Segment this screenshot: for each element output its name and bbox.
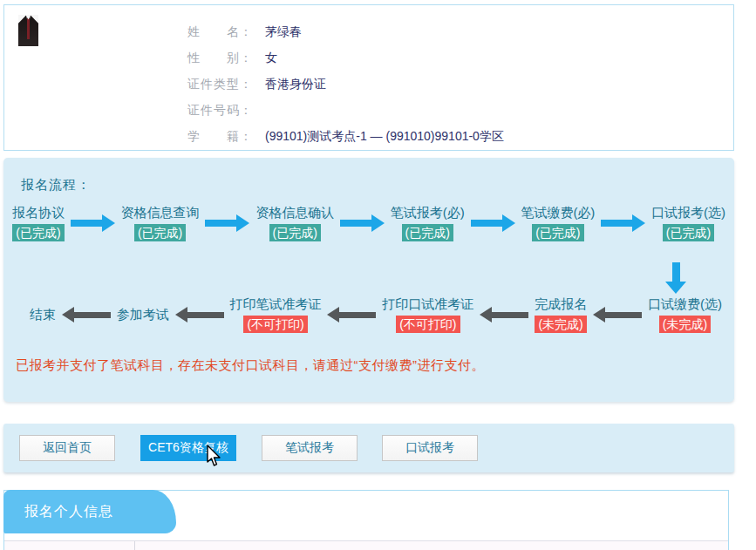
cet6-qualification-review-button[interactable]: CET6资格复核 [140,435,236,461]
personal-info-tab: 报名个人信息 [3,490,176,533]
table-row-label: 学籍信息 [4,541,135,550]
profile-fields: 姓 名：茅绿春 性 别：女 证件类型：香港身份证 证件号码： 学 籍：(9910… [187,18,504,149]
flow-step-label: 结束 [30,306,56,323]
flow-step-label: 报名协议 [12,204,65,221]
flow-step-status: (未完成) [659,316,711,333]
arrow-right-icon [471,214,515,232]
field-school-roll-label: 学 籍： [187,123,253,149]
flow-step-agreement: 报名协议 (已完成) [12,204,65,242]
flow-step-print-oral-ticket: 打印口试准考证 (不可打印) [382,295,473,334]
flow-step-status: (不可打印) [396,316,460,333]
flow-step-status: (已完成) [269,224,321,241]
flow-step-print-written-ticket: 打印笔试准考证 (不可打印) [230,295,322,334]
field-school-roll-value: (99101)测试考点-1 — (991010)99101-0学区 [265,129,504,143]
flow-step-label: 资格信息确认 [255,204,334,221]
arrow-left-icon [480,307,528,323]
flow-step-label: 打印口试准考证 [382,295,473,313]
field-id-type-label: 证件类型： [187,71,253,97]
arrow-left-icon [62,307,111,323]
written-exam-register-button[interactable]: 笔试报考 [262,435,358,461]
flow-step-status: (已完成) [663,224,714,241]
field-name-value: 茅绿春 [265,24,302,38]
personal-info-panel: 报名个人信息 学籍信息 (99101)测试考点-1 — (991010)9910… [3,490,729,550]
field-gender-value: 女 [265,51,277,65]
personal-info-table: 学籍信息 (99101)测试考点-1 — (991010)99101-0学区 [4,540,728,550]
field-gender: 性 别：女 [187,44,504,71]
flow-title: 报名流程： [21,177,91,194]
field-school-roll: 学 籍：(99101)测试考点-1 — (991010)99101-0学区 [187,123,504,149]
payment-notice: 已报考并支付了笔试科目，存在未支付口试科目，请通过“支付缴费”进行支付。 [16,357,485,374]
field-name: 姓 名：茅绿春 [187,18,504,44]
flow-step-status: (不可打印) [243,316,307,333]
flow-step-finish-registration: 完成报名 (未完成) [535,295,587,334]
field-id-number-label: 证件号码： [187,97,253,123]
flow-step-oral-register: 口试报考(选) (已完成) [651,204,725,242]
flow-step-status: (已完成) [402,224,453,241]
flow-step-label: 口试缴费(选) [648,295,722,313]
arrow-down-icon [664,262,687,294]
flow-step-label: 打印笔试准考证 [230,295,322,313]
flow-step-label: 笔试缴费(必) [521,204,595,221]
flow-row-2: 结束 参加考试 打印笔试准考证 (不可打印) 打印口试准考证 (不可打印) 完成… [3,295,734,334]
table-row: 学籍信息 (99101)测试考点-1 — (991010)99101-0学区 [4,541,728,550]
registration-flow-panel: 报名流程： 报名协议 (已完成) 资格信息查询 (已完成) 资格信息确认 (已完… [3,158,734,402]
arrow-left-icon [175,307,224,323]
profile-panel: 姓 名：茅绿春 性 别：女 证件类型：香港身份证 证件号码： 学 籍：(9910… [3,4,734,151]
flow-step-end: 结束 [30,306,56,323]
table-row-value: (99101)测试考点-1 — (991010)99101-0学区 [135,541,383,550]
tie-graphic [27,18,30,39]
flow-step-label: 资格信息查询 [121,204,200,221]
oral-exam-register-button[interactable]: 口试报考 [382,435,478,461]
field-gender-label: 性 别： [187,44,253,71]
candidate-photo [18,15,38,46]
flow-step-label: 完成报名 [535,295,587,313]
suit-photo-graphic [18,15,38,46]
arrow-right-icon [71,214,115,232]
return-home-button[interactable]: 返回首页 [19,435,115,461]
flow-step-qualification-confirm: 资格信息确认 (已完成) [255,204,334,242]
field-name-label: 姓 名： [187,18,253,44]
flow-step-status: (已完成) [532,224,583,241]
arrow-left-icon [593,307,642,323]
flow-step-label: 笔试报考(必) [391,204,465,221]
flow-step-written-pay: 笔试缴费(必) (已完成) [521,204,595,242]
field-id-number: 证件号码： [187,97,504,123]
flow-row-1: 报名协议 (已完成) 资格信息查询 (已完成) 资格信息确认 (已完成) 笔试报… [3,204,734,242]
flow-step-qualification-query: 资格信息查询 (已完成) [121,204,200,242]
flow-step-status: (已完成) [12,224,64,241]
arrow-right-icon [340,214,385,232]
flow-step-label: 口试报考(选) [651,204,725,221]
flow-step-oral-pay: 口试缴费(选) (未完成) [648,295,722,334]
flow-step-written-register: 笔试报考(必) (已完成) [391,204,465,242]
flow-step-take-exam: 参加考试 [117,306,169,323]
arrow-right-icon [205,214,249,232]
arrow-right-icon [601,214,645,232]
flow-step-label: 参加考试 [117,306,169,323]
field-id-type-value: 香港身份证 [265,77,326,91]
flow-step-status: (未完成) [535,316,586,333]
field-id-type: 证件类型：香港身份证 [187,71,504,97]
arrow-left-icon [327,307,376,323]
action-button-strip: 返回首页 CET6资格复核 笔试报考 口试报考 [3,424,734,472]
flow-step-status: (已完成) [134,224,186,241]
